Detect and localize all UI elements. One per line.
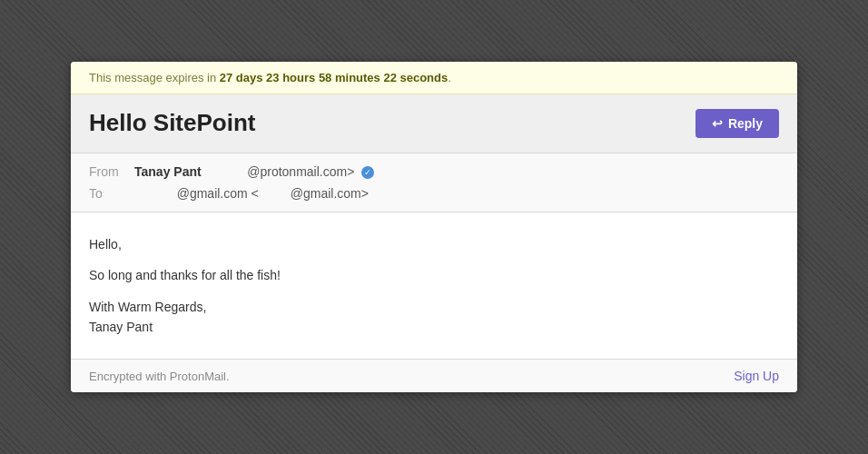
verified-icon: ✓: [361, 166, 374, 179]
from-label: From: [89, 164, 134, 179]
footer-encrypted-text: Encrypted with ProtonMail.: [89, 370, 230, 383]
from-value: Tanay Pant @protonmail.com> ✓: [134, 164, 374, 179]
email-footer: Encrypted with ProtonMail. Sign Up: [71, 360, 797, 392]
reply-button-label: Reply: [728, 116, 763, 131]
expiry-banner: This message expires in 27 days 23 hours…: [71, 62, 797, 94]
body-line3-4: With Warm Regards, Tanay Pant: [89, 297, 779, 338]
to-email-full: @gmail.com>: [291, 186, 369, 201]
to-email-text: @gmail.com <: [177, 186, 259, 201]
to-email: @gmail.com < @gmail.com>: [134, 186, 369, 201]
from-name: Tanay Pant: [134, 164, 202, 179]
to-row: To @gmail.com < @gmail.com>: [89, 183, 779, 204]
body-line2: So long and thanks for all the fish!: [89, 265, 779, 285]
email-body: Hello, So long and thanks for all the fi…: [71, 212, 797, 360]
reply-arrow-icon: ↩: [712, 116, 723, 131]
body-line3: With Warm Regards,: [89, 300, 206, 314]
body-line4: Tanay Pant: [89, 320, 153, 334]
from-row: From Tanay Pant @protonmail.com> ✓: [89, 161, 779, 183]
reply-button[interactable]: ↩ Reply: [695, 109, 779, 138]
expiry-suffix: .: [448, 71, 451, 84]
email-card: This message expires in 27 days 23 hours…: [71, 62, 797, 393]
email-meta: From Tanay Pant @protonmail.com> ✓ To @g…: [71, 153, 797, 212]
email-header: Hello SitePoint ↩ Reply: [71, 94, 797, 153]
from-email: @protonmail.com>: [205, 164, 359, 179]
email-subject: Hello SitePoint: [89, 109, 255, 137]
to-label: To: [89, 186, 134, 201]
expiry-highlight: 27 days 23 hours 58 minutes 22 seconds: [220, 71, 448, 84]
body-line1: Hello,: [89, 234, 779, 254]
to-value: @gmail.com < @gmail.com>: [134, 186, 369, 201]
expiry-prefix: This message expires in: [89, 71, 220, 84]
signup-link[interactable]: Sign Up: [734, 369, 779, 383]
